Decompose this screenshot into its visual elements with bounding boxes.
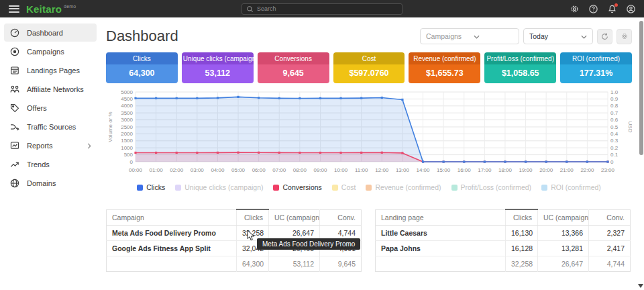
traffic-chart[interactable]: 0500100015002000250030003500400045005000… bbox=[106, 88, 632, 175]
dashboard-settings-button[interactable] bbox=[616, 29, 632, 44]
table-totals-row: 32,25826,6474,744 bbox=[376, 256, 631, 272]
stat-card-profit-loss-confirmed[interactable]: Profit/Loss (confirmed)$1,058.65 bbox=[484, 52, 556, 83]
campaign-filter-select[interactable]: Campaigns bbox=[420, 28, 519, 44]
column-header-conv[interactable]: Conv. bbox=[589, 209, 631, 226]
svg-text:06:00: 06:00 bbox=[252, 167, 266, 173]
account-icon[interactable] bbox=[626, 4, 636, 14]
scroll-down-arrow-icon[interactable] bbox=[638, 284, 643, 288]
svg-text:0.9: 0.9 bbox=[610, 96, 619, 102]
table-row[interactable]: Papa Johns16,12813,2812,417 bbox=[376, 241, 631, 256]
legend-item-revenue-confirmed[interactable]: Revenue (confirmed) bbox=[366, 183, 441, 191]
logo-demo-badge: demo bbox=[64, 4, 76, 9]
svg-text:0.4: 0.4 bbox=[610, 131, 619, 137]
help-icon[interactable] bbox=[588, 4, 598, 14]
stat-card-cost[interactable]: Cost$597.0760 bbox=[333, 52, 405, 83]
notifications-icon[interactable] bbox=[607, 4, 617, 14]
table-row[interactable]: Little Caesars16,13013,3662,327 bbox=[376, 226, 631, 241]
sidebar-item-traffic-sources[interactable]: Traffic Sources bbox=[4, 117, 97, 136]
legend-swatch bbox=[137, 185, 143, 191]
menu-icon[interactable] bbox=[9, 5, 19, 13]
column-header-clicks[interactable]: Clicks bbox=[506, 209, 538, 226]
stat-card-label: Clicks bbox=[106, 52, 178, 64]
dashboard-icon bbox=[9, 28, 20, 38]
stat-card-label: Revenue (confirmed) bbox=[409, 52, 480, 64]
svg-text:1500: 1500 bbox=[121, 138, 133, 144]
table-header-row: CampaignClicksUC (campaign)Conv. bbox=[107, 209, 362, 226]
svg-text:23:00: 23:00 bbox=[601, 167, 615, 173]
app-logo[interactable]: Keitaro demo bbox=[26, 3, 76, 15]
total-cell: 32,258 bbox=[506, 256, 538, 272]
total-cell: 64,300 bbox=[237, 256, 269, 272]
legend-item-unique-clicks-campaign[interactable]: Unique clicks (campaign) bbox=[175, 183, 263, 191]
svg-text:4500: 4500 bbox=[121, 96, 133, 102]
landing-pages-table: Landing pageClicksUC (campaign)Conv.Litt… bbox=[375, 209, 631, 272]
legend-item-roi-confirmed[interactable]: ROI (confirmed) bbox=[541, 183, 601, 191]
svg-text:0.5: 0.5 bbox=[610, 124, 619, 130]
sidebar-item-label: Trends bbox=[27, 160, 50, 168]
row-name-cell[interactable]: Little Caesars bbox=[376, 226, 506, 241]
legend-swatch bbox=[273, 185, 279, 191]
topbar: Keitaro demo bbox=[0, 0, 644, 17]
svg-text:00:00: 00:00 bbox=[129, 167, 143, 173]
column-header-uc-campaign[interactable]: UC (campaign) bbox=[269, 209, 320, 226]
sidebar-item-offers[interactable]: Offers bbox=[4, 99, 97, 117]
row-name-cell[interactable]: Meta Ads Food Delivery Promo bbox=[107, 226, 237, 241]
domains-icon bbox=[9, 178, 20, 189]
sidebar-item-dashboard[interactable]: Dashboard bbox=[4, 23, 97, 42]
column-header-uc-campaign[interactable]: UC (campaign) bbox=[538, 209, 589, 226]
sidebar-item-reports[interactable]: Reports bbox=[4, 136, 97, 154]
legend-item-cost[interactable]: Cost bbox=[332, 183, 356, 191]
legend-label: ROI (confirmed) bbox=[551, 183, 601, 191]
svg-text:01:00: 01:00 bbox=[150, 167, 164, 173]
stat-card-conversions[interactable]: Conversions9,645 bbox=[258, 52, 329, 83]
column-header-campaign[interactable]: Campaign bbox=[107, 209, 237, 226]
legend-item-profit-loss-confirmed[interactable]: Profit/Loss (confirmed) bbox=[451, 183, 532, 191]
stat-card-unique-clicks-campaign[interactable]: Unique clicks (campaign)53,112 bbox=[182, 52, 254, 83]
sidebar-item-trends[interactable]: Trends bbox=[4, 155, 97, 173]
sidebar-item-label: Domains bbox=[27, 179, 56, 187]
stat-card-clicks[interactable]: Clicks64,300 bbox=[106, 52, 178, 83]
column-header-clicks[interactable]: Clicks bbox=[237, 209, 269, 226]
sidebar-item-label: Campaigns bbox=[27, 48, 64, 56]
svg-text:5000: 5000 bbox=[121, 89, 133, 95]
global-search[interactable] bbox=[241, 3, 402, 15]
svg-text:0: 0 bbox=[610, 159, 614, 165]
svg-text:3500: 3500 bbox=[121, 110, 133, 116]
sidebar-item-domains[interactable]: Domains bbox=[4, 174, 97, 192]
stat-card-roi-confirmed[interactable]: ROI (confirmed)177.31% bbox=[560, 52, 632, 83]
legend-swatch bbox=[366, 185, 372, 191]
sidebar-item-label: Affiliate Networks bbox=[27, 85, 84, 93]
sidebar-item-label: Landings Pages bbox=[27, 66, 80, 75]
svg-text:20:00: 20:00 bbox=[539, 167, 553, 173]
search-input[interactable] bbox=[257, 5, 391, 12]
chart-legend: ClicksUnique clicks (campaign)Conversion… bbox=[106, 183, 632, 191]
stat-card-revenue-confirmed[interactable]: Revenue (confirmed)$1,655.73 bbox=[409, 52, 480, 83]
sidebar-item-landings-pages[interactable]: Landings Pages bbox=[4, 61, 97, 79]
total-cell: 4,744 bbox=[589, 256, 631, 272]
svg-text:02:00: 02:00 bbox=[170, 167, 184, 173]
column-header-conv[interactable]: Conv. bbox=[320, 209, 362, 226]
period-select[interactable]: Today bbox=[523, 28, 593, 44]
row-value-cell: 16,130 bbox=[506, 226, 538, 241]
vertical-scrollbar[interactable] bbox=[639, 21, 643, 155]
svg-text:18:00: 18:00 bbox=[498, 167, 513, 173]
sidebar-item-label: Reports bbox=[27, 142, 53, 150]
legend-swatch bbox=[175, 185, 181, 191]
svg-text:1000: 1000 bbox=[121, 145, 133, 151]
svg-text:19:00: 19:00 bbox=[519, 167, 533, 173]
row-name-cell[interactable]: Google Ads Fitness App Split bbox=[107, 241, 237, 256]
column-header-landing-page[interactable]: Landing page bbox=[376, 209, 506, 226]
stat-card-value: 9,645 bbox=[258, 64, 329, 83]
landings-icon bbox=[9, 65, 20, 76]
svg-text:0.8: 0.8 bbox=[610, 103, 619, 109]
sidebar-item-campaigns[interactable]: Campaigns bbox=[4, 42, 97, 60]
legend-label: Revenue (confirmed) bbox=[375, 183, 441, 191]
refresh-button[interactable] bbox=[597, 29, 612, 44]
row-name-cell[interactable]: Papa Johns bbox=[376, 241, 506, 256]
row-value-cell: 13,281 bbox=[538, 241, 589, 256]
settings-icon[interactable] bbox=[570, 4, 580, 14]
legend-item-clicks[interactable]: Clicks bbox=[137, 183, 165, 191]
svg-text:15:00: 15:00 bbox=[437, 167, 451, 173]
sidebar-item-affiliate-networks[interactable]: Affiliate Networks bbox=[4, 80, 97, 98]
legend-item-conversions[interactable]: Conversions bbox=[273, 183, 321, 191]
